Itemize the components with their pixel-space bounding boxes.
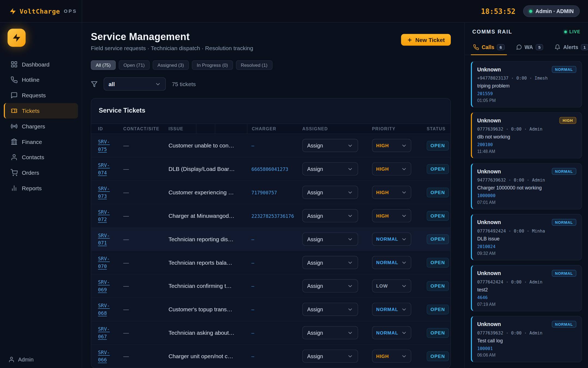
filter-tab[interactable]: Resolved (1) [236,61,272,70]
bell-icon [555,44,561,50]
comms-rail-title: COMMS RAIL [472,29,512,35]
charger-link[interactable]: – [252,307,254,312]
user-menu[interactable]: Admin · ADMIN [523,5,580,17]
sidebar-item-contacts[interactable]: Contacts [4,149,78,165]
brand-suffix: OPS [64,8,77,14]
sidebar-item-hotline[interactable]: Hotline [4,72,78,88]
table-row[interactable]: SRV-067 — Technician asking about… – Ass… [91,321,451,345]
admin-label: Admin [18,357,33,363]
assign-select[interactable]: Assign [302,186,358,199]
issue-cell: Customer's topup trans… [164,306,247,313]
ticket-id-link[interactable]: SRV-070 [98,255,116,270]
table-row[interactable]: SRV-068 — Customer's topup trans… – Assi… [91,298,451,321]
sidebar-footer-admin[interactable]: Admin [8,356,33,363]
call-card[interactable]: Unknown NORMAL 94777639632 · 0:00 · Admi… [471,163,582,209]
call-meta: +94778023137 · 0:00 · Imesh [477,76,576,81]
table-row[interactable]: SRV-072 — Charger at Minuwangod… 2232782… [91,204,451,228]
sidebar-item-requests[interactable]: Requests [4,88,78,103]
sidebar-item-finance[interactable]: Finance [4,134,78,150]
comms-rail: COMMS RAIL LIVE Calls 6 WA 5 [464,23,588,368]
priority-select[interactable]: HIGH [372,349,411,363]
call-card[interactable]: Unknown NORMAL 0777639632 · 0:00 · Admin… [471,316,582,362]
ticket-id-link[interactable]: SRV-067 [98,325,116,340]
ticket-id-link[interactable]: SRV-073 [98,185,116,200]
call-charger-ref[interactable]: 201559 [477,91,576,96]
priority-select[interactable]: NORMAL [372,326,411,339]
filter-tab[interactable]: Open (71) [119,61,150,70]
charger-link[interactable]: 6665806041273 [252,166,288,172]
assign-select[interactable]: Assign [302,233,358,246]
call-charger-ref[interactable]: 100001 [477,346,576,351]
table-row[interactable]: SRV-073 — Customer experiencing … 717900… [91,181,451,204]
charger-link[interactable]: – [252,283,254,289]
table-row[interactable]: SRV-069 — Technician confirming t… – Ass… [91,275,451,298]
chevron-down-icon [401,330,407,336]
filter-tab[interactable]: In Progress (0) [192,61,233,70]
call-card[interactable]: Unknown NORMAL +94778023137 · 0:00 · Ime… [471,61,582,107]
ticket-id-link[interactable]: SRV-066 [98,349,116,363]
tab-calls[interactable]: Calls 6 [472,39,505,55]
ticket-icon [11,107,18,114]
call-card[interactable]: Unknown NORMAL 07776492424 · 0:00 · Minh… [471,214,582,260]
ticket-id-link[interactable]: SRV-074 [98,162,116,176]
call-card[interactable]: Unknown NORMAL 0777642424 · 0:00 · Admin… [471,265,582,311]
priority-select-value: NORMAL [376,307,398,312]
filter-tab[interactable]: Assigned (3) [153,61,189,70]
issue-cell: Customer experiencing … [164,189,247,196]
priority-select[interactable]: LOW [372,279,411,292]
priority-select[interactable]: NORMAL [372,256,411,269]
column-assigned: ASSIGNED [298,126,367,131]
charger-link[interactable]: – [252,260,254,266]
charger-link[interactable]: – [252,354,254,359]
tab-alerts-count: 1 [581,44,588,50]
sidebar-item-tickets[interactable]: Tickets [4,103,78,119]
assign-select[interactable]: Assign [302,139,358,152]
tab-alerts[interactable]: Alerts 1 [554,39,588,55]
ticket-id-link[interactable]: SRV-069 [98,279,116,293]
call-charger-ref[interactable]: 2010024 [477,244,576,249]
assign-select[interactable]: Assign [302,209,358,222]
assign-select[interactable]: Assign [302,162,358,175]
ticket-id-link[interactable]: SRV-075 [98,138,116,153]
charger-link[interactable]: 223278253736176 [252,213,294,219]
call-charger-ref[interactable]: 4646 [477,295,576,300]
priority-select[interactable]: NORMAL [372,303,411,316]
priority-select[interactable]: HIGH [372,139,411,152]
ticket-id-link[interactable]: SRV-071 [98,232,116,246]
charger-link[interactable]: – [252,236,254,242]
call-charger-ref[interactable]: 200100 [477,142,576,147]
tab-wa[interactable]: WA 5 [515,39,544,55]
priority-select[interactable]: HIGH [372,209,411,222]
call-charger-ref[interactable]: 1000000 [477,193,576,198]
sidebar-item-dashboard[interactable]: Dashboard [4,57,78,72]
ticket-id-link[interactable]: SRV-068 [98,302,116,317]
charger-link[interactable]: – [252,143,254,149]
new-ticket-button[interactable]: New Ticket [401,34,451,46]
sidebar-item-chargers[interactable]: Chargers [4,119,78,134]
ticket-id-link[interactable]: SRV-072 [98,208,116,223]
priority-select-value: HIGH [376,190,389,195]
filter-dropdown[interactable]: all [104,77,166,91]
assign-select[interactable]: Assign [302,279,358,292]
assign-select[interactable]: Assign [302,326,358,339]
table-row[interactable]: SRV-070 — Technician reports bala… – Ass… [91,251,451,275]
table-row[interactable]: SRV-075 — Customer unable to con… – Assi… [91,134,451,158]
charger-link[interactable]: 717900757 [252,190,277,195]
call-card[interactable]: Unknown HIGH 0777639632 · 0:00 · Admin d… [471,112,582,158]
priority-select[interactable]: NORMAL [372,233,411,246]
priority-select[interactable]: HIGH [372,162,411,175]
filter-tab[interactable]: All (75) [91,61,116,70]
assign-select[interactable]: Assign [302,349,358,363]
assign-select[interactable]: Assign [302,256,358,269]
assign-select[interactable]: Assign [302,303,358,316]
sidebar-item-orders[interactable]: Orders [4,165,78,180]
sidebar-item-reports[interactable]: Reports [4,180,78,196]
table-row[interactable]: SRV-066 — Charger unit open/not c… – Ass… [91,345,451,368]
charger-link[interactable]: – [252,330,254,336]
priority-select[interactable]: HIGH [372,186,411,199]
filter-funnel-icon[interactable] [91,81,98,88]
table-row[interactable]: SRV-074 — DLB (Display/Load Boar… 666580… [91,157,451,181]
tab-wa-label: WA [525,44,533,50]
tab-alerts-label: Alerts [563,44,578,50]
table-row[interactable]: SRV-071 — Technician reporting dis… – As… [91,228,451,251]
